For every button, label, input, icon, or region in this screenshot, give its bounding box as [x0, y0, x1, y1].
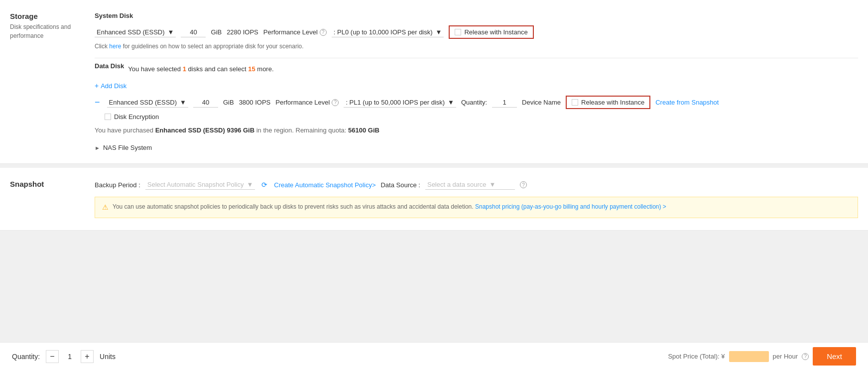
system-disk-perf-arrow: ▼: [436, 28, 442, 36]
system-disk-release-checkbox[interactable]: [455, 29, 461, 35]
price-value: [729, 351, 769, 362]
guideline-link[interactable]: here: [109, 43, 121, 50]
system-disk-perf-value-select[interactable]: : PL0 (up to 10,000 IOPS per disk) ▼: [332, 27, 444, 37]
footer-quantity-label: Quantity:: [12, 353, 40, 361]
storage-title: Storage: [10, 12, 85, 20]
storage-content: System Disk Enhanced SSD (ESSD) ▼ GiB 22…: [95, 12, 868, 151]
disk-encryption-checkbox[interactable]: [105, 114, 111, 120]
quantity-increase-button[interactable]: +: [81, 350, 94, 363]
data-disk-qty-input[interactable]: [492, 98, 517, 108]
refresh-icon[interactable]: ⟳: [260, 180, 269, 189]
data-disk-perf-help-icon[interactable]: ?: [332, 99, 339, 106]
system-disk-perf-help-icon[interactable]: ?: [320, 29, 327, 36]
system-disk-dropdown-arrow: ▼: [168, 28, 174, 36]
nas-label: NAS File System: [103, 144, 152, 151]
storage-label: Storage Disk specifications and performa…: [0, 12, 95, 151]
purchased-info: You have purchased Enhanced SSD (ESSD) 9…: [95, 126, 858, 134]
system-disk-size-input[interactable]: [181, 27, 206, 37]
system-disk-release-wrapper[interactable]: Release with Instance: [449, 25, 533, 39]
footer: Quantity: − 1 + Units Spot Price (Total)…: [0, 342, 868, 370]
snapshot-policy-arrow: ▼: [247, 181, 253, 188]
system-disk-label: System Disk: [95, 12, 858, 19]
add-disk-icon: +: [95, 82, 99, 90]
price-area: Spot Price (Total): ¥ per Hour ? Next: [668, 347, 856, 366]
data-disk-unit: GiB: [223, 99, 234, 106]
quantity-control: Quantity: − 1 + Units: [12, 350, 116, 363]
nas-chevron-icon: ►: [95, 145, 100, 151]
data-disk-perf-level: Performance Level ?: [275, 99, 339, 106]
data-disk-release-wrapper[interactable]: Release with Instance: [566, 96, 650, 109]
quantity-decrease-button[interactable]: −: [46, 350, 59, 363]
data-disk-release-checkbox[interactable]: [572, 99, 578, 106]
disk-encryption-label: Disk Encryption: [114, 113, 159, 121]
system-disk-row: Enhanced SSD (ESSD) ▼ GiB 2280 IOPS Perf…: [95, 25, 858, 39]
data-disk-type-select[interactable]: Enhanced SSD (ESSD) ▼: [107, 98, 188, 108]
data-disk-row: − Enhanced SSD (ESSD) ▼ GiB 3800 IOPS Pe…: [95, 96, 858, 109]
snapshot-section: Snapshot Backup Period : Select Automati…: [0, 168, 868, 231]
data-disk-perf-value-select[interactable]: : PL1 (up to 50,000 IOPS per disk) ▼: [344, 98, 456, 108]
storage-section: Storage Disk specifications and performa…: [0, 0, 868, 164]
warning-icon: ⚠: [102, 202, 109, 213]
data-disk-dropdown-arrow: ▼: [180, 99, 186, 106]
snapshot-content: Backup Period : Select Automatic Snapsho…: [95, 180, 868, 218]
system-disk-perf-level: Performance Level ?: [263, 28, 327, 36]
data-disk-size-input[interactable]: [193, 98, 218, 108]
snapshot-title: Snapshot: [10, 180, 85, 188]
system-disk-release-label: Release with Instance: [464, 28, 527, 36]
price-help-icon[interactable]: ?: [802, 353, 809, 360]
units-label: Units: [100, 353, 116, 361]
data-disk-header: Data Disk You have selected 1 disks and …: [95, 62, 858, 76]
create-from-snapshot-link[interactable]: Create from Snapshot: [655, 99, 719, 106]
separator1: [95, 58, 858, 58]
next-button[interactable]: Next: [813, 347, 856, 366]
guideline-text: Click here for guidelines on how to sele…: [95, 43, 858, 50]
add-disk-button[interactable]: + Add Disk: [95, 82, 858, 90]
system-disk-iops: 2280 IOPS: [227, 28, 258, 36]
data-disk-perf-arrow: ▼: [448, 99, 454, 106]
remove-disk-icon[interactable]: −: [95, 97, 100, 108]
snapshot-pricing-link[interactable]: Snapshot pricing (pay-as-you-go billing …: [475, 203, 666, 210]
data-source-select[interactable]: Select a data source ▼: [425, 180, 515, 190]
snapshot-policy-select[interactable]: Select Automatic Snapshot Policy ▼: [145, 180, 255, 190]
quantity-value: 1: [65, 353, 75, 361]
storage-subtitle: Disk specifications and performance: [10, 22, 85, 40]
spot-price-label: Spot Price (Total): ¥: [668, 353, 725, 360]
data-source-arrow: ▼: [490, 181, 496, 188]
snapshot-label-area: Snapshot: [0, 180, 95, 218]
data-source-help-icon[interactable]: ?: [520, 181, 527, 188]
data-disk-device-name-label: Device Name: [522, 99, 561, 106]
data-disk-label: Data Disk: [95, 62, 124, 70]
data-source-label: Data Source :: [380, 181, 420, 189]
nas-section[interactable]: ► NAS File System: [95, 144, 858, 151]
per-hour-label: per Hour: [773, 353, 798, 360]
create-policy-link[interactable]: Create Automatic Snapshot Policy>: [274, 181, 375, 189]
disk-encryption-row: Disk Encryption: [105, 113, 858, 121]
data-disk-qty-label: Quantity:: [461, 99, 487, 106]
backup-row: Backup Period : Select Automatic Snapsho…: [95, 180, 858, 190]
add-disk-label: Add Disk: [101, 82, 126, 90]
snapshot-info-box: ⚠ You can use automatic snapshot policie…: [95, 197, 858, 218]
data-disk-info: You have selected 1 disks and can select…: [128, 65, 273, 73]
data-disk-iops: 3800 IOPS: [239, 99, 271, 106]
data-disk-release-label: Release with Instance: [581, 99, 644, 106]
system-disk-unit: GiB: [211, 28, 222, 36]
backup-period-label: Backup Period :: [95, 181, 140, 189]
system-disk-type-select[interactable]: Enhanced SSD (ESSD) ▼: [95, 27, 176, 37]
